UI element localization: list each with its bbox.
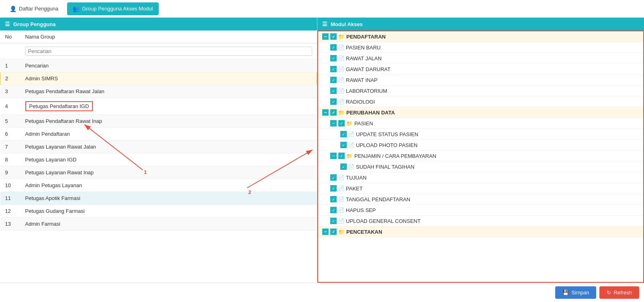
checkbox-icon[interactable]: ✓ — [330, 98, 337, 105]
modul-item-upload-photo-pasien[interactable]: ✓📄UPLOAD PHOTO PASIEN — [318, 140, 643, 151]
row-no: 8 — [0, 153, 20, 166]
modul-item-hapus-sep[interactable]: ✓📄HAPUS SEP — [318, 205, 643, 216]
modul-item-pendaftaran[interactable]: −✓📁PENDAFTARAN — [318, 31, 643, 42]
modul-item-radiologi[interactable]: ✓📄RADIOLOGI — [318, 96, 643, 107]
row-name: Admin Farmasi — [20, 218, 317, 231]
modul-item-paket[interactable]: ✓📄PAKET — [318, 183, 643, 194]
table-row[interactable]: 3Petugas Pendaftaran Rawat Jalan — [0, 85, 317, 98]
table-row[interactable]: 9Petugas Layanan Rawat Inap — [0, 166, 317, 179]
main-area: ☰ Group Pengguna No Nama Group 1Pencaria… — [0, 18, 644, 283]
row-no: 4 — [0, 98, 20, 115]
checkbox-icon[interactable]: ✓ — [330, 218, 337, 224]
checkbox-icon[interactable]: ✓ — [330, 88, 337, 94]
checkbox-icon[interactable]: ✓ — [330, 229, 337, 235]
modul-item-pasien[interactable]: −✓📁PASIEN — [318, 118, 643, 129]
tab-group-pengguna-akses-modul[interactable]: 👥 Group Pengguna Akses Modul — [67, 2, 158, 15]
row-name: Petugas Layanan IGD — [20, 153, 317, 166]
row-no: 13 — [0, 218, 20, 231]
minus-icon[interactable]: − — [330, 120, 337, 127]
simpan-button[interactable]: 💾 Simpan — [555, 286, 596, 299]
search-input[interactable] — [25, 47, 312, 56]
checkbox-icon[interactable]: ✓ — [340, 163, 347, 170]
modul-item-pasien-baru[interactable]: ✓📄PASIEN BARU — [318, 42, 643, 53]
checkbox-icon[interactable]: ✓ — [330, 66, 337, 72]
modul-item-tujuan[interactable]: ✓📄TUJUAN — [318, 172, 643, 183]
doc-icon: 📄 — [348, 142, 354, 148]
checkbox-icon[interactable]: ✓ — [340, 131, 347, 137]
row-no: 2 — [0, 72, 20, 85]
table-row[interactable]: 11Petugas Apotik Farmasi — [0, 192, 317, 205]
save-icon: 💾 — [562, 290, 569, 296]
modul-label: TANGGAL PENDAFTARAN — [346, 196, 410, 202]
checkbox-icon[interactable]: ✓ — [330, 77, 337, 83]
modul-label: LABORATORIUM — [346, 88, 387, 94]
checkbox-icon[interactable]: ✓ — [330, 109, 337, 116]
doc-icon: 📄 — [338, 175, 344, 180]
minus-icon[interactable]: − — [330, 153, 337, 159]
table-row[interactable]: 7Petugas Layanan Rawat Jalan — [0, 141, 317, 153]
modul-label: PAKET — [346, 186, 363, 192]
modul-label: GAWAT DARURAT — [346, 66, 390, 72]
row-name: Admin Pendaftaran — [20, 128, 317, 141]
checkbox-icon[interactable]: ✓ — [338, 153, 345, 159]
doc-icon: 📄 — [338, 207, 344, 213]
doc-icon: 📄 — [338, 55, 344, 61]
modul-label: PENCETAKAN — [346, 229, 382, 235]
modul-item-pencetakan[interactable]: −✓📁PENCETAKAN — [318, 226, 643, 237]
checkbox-icon[interactable]: ✓ — [330, 174, 337, 181]
table-row[interactable]: 12Petugas Gudang Farmasi — [0, 205, 317, 218]
row-no: 7 — [0, 141, 20, 153]
right-panel: ☰ Modul Akses −✓📁PENDAFTARAN✓📄PASIEN BAR… — [317, 18, 644, 283]
folder-icon: 📁 — [338, 229, 345, 235]
group-icon: 👥 — [73, 6, 80, 12]
modul-item-upload-general-consent[interactable]: ✓📄UPLOAD GENERAL CONSENT — [318, 216, 643, 226]
modul-item-rawat-inap[interactable]: ✓📄RAWAT INAP — [318, 75, 643, 86]
modul-item-gawat-darurat[interactable]: ✓📄GAWAT DARURAT — [318, 64, 643, 75]
folder-icon: 📁 — [338, 34, 345, 40]
checkbox-icon[interactable]: ✓ — [338, 120, 345, 127]
minus-icon[interactable]: − — [322, 229, 329, 235]
checkbox-icon[interactable]: ✓ — [330, 55, 337, 61]
minus-icon[interactable]: − — [322, 33, 329, 40]
outlined-name: Petugas Pendaftaran IGD — [25, 101, 93, 111]
row-name: Petugas Apotik Farmasi — [20, 192, 317, 205]
table-row[interactable]: 5Petugas Pendaftaran Rawat Inap — [0, 115, 317, 128]
minus-icon[interactable]: − — [322, 109, 329, 116]
group-table: No Nama Group 1Pencarian2Admin SIMRS3Pet… — [0, 31, 317, 231]
tab-daftar-pengguna[interactable]: 👤 Daftar Pengguna — [4, 2, 64, 15]
table-row[interactable]: 10Admin Petugas Layanan — [0, 179, 317, 192]
refresh-button[interactable]: ↻ Refresh — [599, 286, 639, 299]
checkbox-icon[interactable]: ✓ — [340, 142, 347, 148]
left-panel: ☰ Group Pengguna No Nama Group 1Pencaria… — [0, 18, 317, 283]
table-row[interactable]: 13Admin Farmasi — [0, 218, 317, 231]
modul-item-rawat-jalan[interactable]: ✓📄RAWAT JALAN — [318, 53, 643, 64]
modul-list[interactable]: −✓📁PENDAFTARAN✓📄PASIEN BARU✓📄RAWAT JALAN… — [317, 31, 644, 283]
table-row[interactable]: 6Admin Pendaftaran — [0, 128, 317, 141]
modul-item-tanggal-pendaftaran[interactable]: ✓📄TANGGAL PENDAFTARAN — [318, 194, 643, 205]
row-no: 11 — [0, 192, 20, 205]
menu-icon: ☰ — [5, 21, 10, 27]
group-table-container[interactable]: No Nama Group 1Pencarian2Admin SIMRS3Pet… — [0, 31, 317, 283]
modul-label: SUDAH FINAL TAGIHAN — [356, 164, 415, 170]
modul-item-update-status-pasien[interactable]: ✓📄UPDATE STATUS PASIEN — [318, 129, 643, 140]
modul-label: PASIEN BARU — [346, 45, 380, 51]
checkbox-icon[interactable]: ✓ — [330, 207, 337, 213]
modul-item-sudah-final-tagihan[interactable]: ✓📄SUDAH FINAL TAGIHAN — [318, 161, 643, 172]
checkbox-icon[interactable]: ✓ — [330, 44, 337, 51]
col-nama-group: Nama Group — [20, 31, 317, 43]
checkbox-icon[interactable]: ✓ — [330, 196, 337, 202]
table-row[interactable]: 1Pencarian — [0, 59, 317, 72]
row-name: Pencarian — [20, 59, 317, 72]
checkbox-icon[interactable]: ✓ — [330, 185, 337, 192]
bottom-bar: 💾 Simpan ↻ Refresh — [0, 283, 644, 302]
modul-item-penjamin[interactable]: −✓📁PENJAMIN / CARA PEMBAYARAN — [318, 151, 643, 161]
modul-item-laboratorium[interactable]: ✓📄LABORATORIUM — [318, 86, 643, 96]
modul-label: PERUBAHAN DATA — [346, 110, 395, 116]
table-row[interactable]: 2Admin SIMRS — [0, 72, 317, 85]
row-name — [20, 43, 317, 59]
checkbox-icon[interactable]: ✓ — [330, 33, 337, 40]
table-row[interactable]: 4Petugas Pendaftaran IGD — [0, 98, 317, 115]
modul-label: PENDAFTARAN — [346, 34, 386, 40]
modul-item-perubahan-data[interactable]: −✓📁PERUBAHAN DATA — [318, 107, 643, 118]
table-row[interactable]: 8Petugas Layanan IGD — [0, 153, 317, 166]
